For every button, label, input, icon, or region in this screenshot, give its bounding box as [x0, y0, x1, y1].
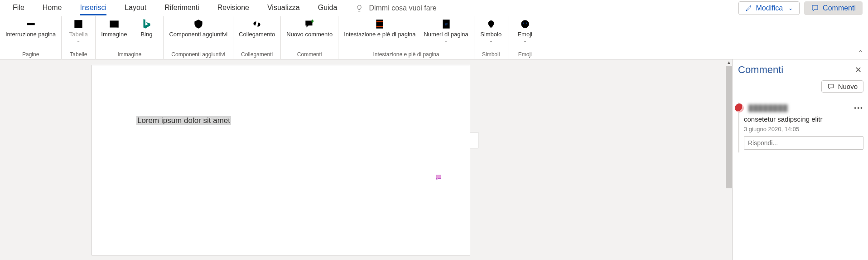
comment-card[interactable]: ████████ ••• consetetur sadipscing elitr… [738, 103, 863, 152]
comment-reply-input[interactable] [744, 136, 863, 150]
group-title-emoji: Emoji [518, 51, 532, 59]
svg-point-5 [521, 20, 529, 28]
new-comment-pane-label: Nuovo [838, 83, 858, 90]
selected-text[interactable]: Lorem ipsum dolor sit amet [136, 116, 231, 125]
group-title-tabelle: Tabelle [70, 51, 87, 59]
comments-pane: Commenti ✕ Nuovo ████████ ••• consetetur… [732, 59, 868, 260]
page-break-button[interactable]: Interruzione pagina [4, 17, 58, 39]
image-label: Immagine [101, 31, 127, 38]
chevron-down-icon: ⌄ [523, 38, 527, 44]
comment-icon [811, 4, 819, 12]
symbol-label: Simbolo [480, 31, 502, 38]
comments-pane-title: Commenti [738, 64, 783, 76]
bing-icon [140, 18, 153, 30]
tell-me-label: Dimmi cosa vuoi fare [369, 4, 436, 12]
tab-visualizza[interactable]: Visualizza [258, 1, 309, 15]
edit-mode-button[interactable]: Modifica ⌄ [738, 1, 800, 15]
chevron-down-icon: ⌄ [489, 38, 493, 44]
new-comment-icon [827, 83, 834, 90]
group-title-headerfooter: Intestazione e piè di pagina [373, 51, 439, 59]
svg-point-7 [526, 23, 527, 24]
collapse-ribbon-button[interactable]: ⌃ [854, 16, 868, 59]
document-area[interactable]: Lorem ipsum dolor sit amet ▲ [0, 59, 732, 260]
workspace: Lorem ipsum dolor sit amet ▲ Commenti ✕ … [0, 59, 868, 260]
page-break-icon [24, 18, 37, 30]
group-commenti: Nuovo commento Commenti [281, 16, 338, 59]
bing-button[interactable]: Bing [133, 17, 159, 39]
tab-file[interactable]: File [4, 1, 34, 15]
page-number-button[interactable]: # Numeri di pagina ⌄ [422, 17, 470, 44]
chevron-up-icon: ⌃ [858, 49, 863, 56]
document-page[interactable]: Lorem ipsum dolor sit amet [92, 65, 470, 255]
group-title-commenti: Commenti [297, 51, 322, 59]
group-title-pagine: Pagine [22, 51, 39, 59]
group-pagine: Interruzione pagina Pagine [0, 16, 62, 59]
group-title-collegamenti: Collegamenti [241, 51, 273, 59]
group-addins: Componenti aggiuntivi Componenti aggiunt… [164, 16, 233, 59]
page-break-label: Interruzione pagina [5, 31, 56, 38]
tab-layout[interactable]: Layout [116, 1, 155, 15]
table-label: Tabella [69, 31, 88, 38]
new-comment-label: Nuovo commento [286, 31, 333, 38]
ribbon-tabs: File Home Inserisci Layout Riferimenti R… [0, 0, 868, 16]
group-simboli: Simbolo ⌄ Simboli [474, 16, 508, 59]
symbol-icon [485, 18, 497, 30]
close-comments-button[interactable]: ✕ [853, 63, 863, 77]
header-footer-button[interactable]: Intestazione e piè di pagina [342, 17, 417, 39]
tab-inserisci[interactable]: Inserisci [71, 1, 116, 15]
comment-more-button[interactable]: ••• [854, 104, 863, 112]
pencil-icon [745, 5, 752, 12]
close-icon: ✕ [855, 65, 862, 74]
svg-rect-2 [376, 20, 383, 29]
svg-text:#: # [445, 21, 448, 26]
comment-time: 3 giugno 2020, 14:05 [744, 126, 863, 132]
new-comment-pane-button[interactable]: Nuovo [821, 80, 863, 93]
group-title-simboli: Simboli [482, 51, 500, 59]
more-icon: ••• [854, 104, 863, 112]
table-button[interactable]: Tabella ⌄ [65, 17, 92, 44]
symbol-button[interactable]: Simbolo ⌄ [478, 17, 504, 44]
vertical-scrollbar[interactable]: ▲ [726, 59, 732, 260]
scroll-up-icon[interactable]: ▲ [726, 59, 732, 66]
group-tabelle: Tabella ⌄ Tabelle [62, 16, 96, 59]
addins-label: Componenti aggiuntivi [169, 31, 227, 38]
addins-icon [192, 18, 205, 30]
comments-toggle-label: Commenti [823, 4, 856, 12]
group-title-immagine: Immagine [118, 51, 142, 59]
image-button[interactable]: Immagine [99, 17, 129, 39]
avatar [735, 103, 744, 113]
comment-author: ████████ [748, 104, 788, 112]
link-label: Collegamento [239, 31, 275, 38]
group-immagine: Immagine Bing Immagine [96, 16, 164, 59]
emoji-icon [519, 18, 531, 30]
group-collegamenti: Collegamento Collegamenti [233, 16, 281, 59]
edit-mode-label: Modifica [756, 4, 783, 12]
comment-marker-icon[interactable] [435, 174, 442, 183]
tab-riferimenti[interactable]: Riferimenti [155, 1, 208, 15]
comment-body: consetetur sadipscing elitr [744, 115, 863, 123]
tab-revisione[interactable]: Revisione [208, 1, 258, 15]
image-icon [108, 18, 121, 30]
tell-me-search[interactable]: Dimmi cosa vuoi fare [346, 4, 436, 12]
comment-callout[interactable] [470, 132, 478, 148]
header-footer-label: Intestazione e piè di pagina [344, 31, 415, 38]
group-emoji: Emoji ⌄ Emoji [508, 16, 542, 59]
chevron-down-icon: ⌄ [444, 38, 448, 44]
header-footer-icon [373, 18, 386, 30]
chevron-down-icon: ⌄ [788, 5, 793, 11]
tab-home[interactable]: Home [34, 1, 71, 15]
tab-guida[interactable]: Guida [309, 1, 347, 15]
emoji-label: Emoji [517, 31, 532, 38]
scroll-thumb[interactable] [726, 66, 732, 188]
new-comment-button[interactable]: Nuovo commento [285, 17, 334, 39]
lightbulb-icon [355, 4, 363, 12]
comments-toggle-button[interactable]: Commenti [804, 1, 863, 15]
page-number-label: Numeri di pagina [424, 31, 468, 38]
link-button[interactable]: Collegamento [237, 17, 277, 39]
addins-button[interactable]: Componenti aggiuntivi [167, 17, 229, 39]
chevron-down-icon: ⌄ [77, 38, 80, 44]
bing-label: Bing [140, 31, 152, 38]
svg-point-6 [523, 23, 524, 24]
group-headerfooter: Intestazione e piè di pagina # Numeri di… [338, 16, 474, 59]
emoji-button[interactable]: Emoji ⌄ [512, 17, 538, 44]
